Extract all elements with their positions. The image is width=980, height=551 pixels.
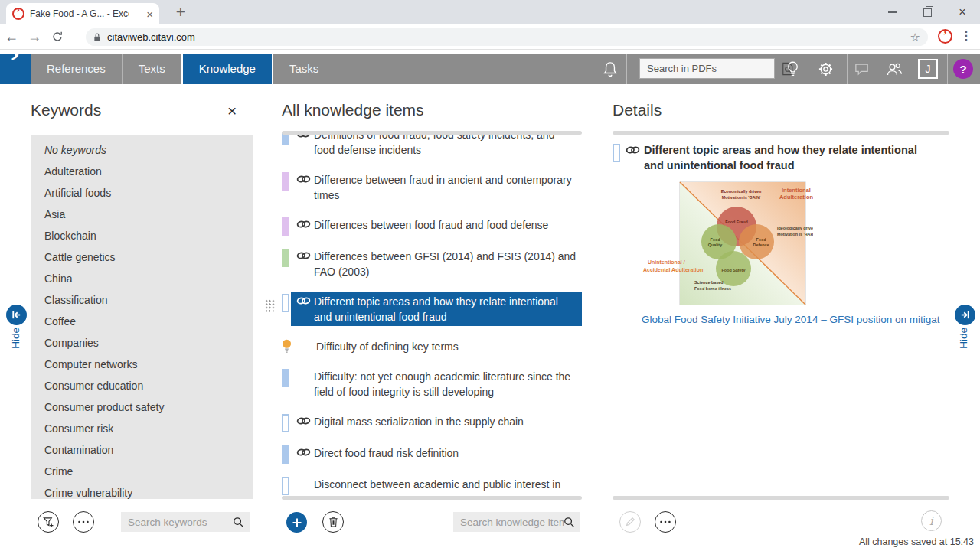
knowledge-item[interactable]: Differences between food fraud and food … [282,217,582,236]
keywords-list: No keywordsAdulterationArtificial foodsA… [31,135,253,499]
link-icon [296,220,311,233]
delete-knowledge-item-button[interactable] [322,511,344,533]
new-tab-button[interactable]: + [170,2,191,23]
link-icon [296,296,311,324]
details-more-button[interactable] [655,511,676,533]
lightbulb-idea-icon[interactable] [784,54,801,84]
keyword-item[interactable]: Coffee [31,311,253,332]
knowledge-list-viewport[interactable]: Definitions of food fraud, food safety i… [282,132,582,496]
pdf-search-box[interactable] [639,58,775,79]
category-color-bar [282,414,289,432]
knowledge-item[interactable]: Disconnect between academic and public i… [282,477,582,495]
knowledge-item[interactable]: Differences between GFSI (2014) and FSIS… [282,249,582,281]
close-keywords-icon[interactable]: × [227,103,237,119]
details-selected-item: Different topic areas and how they relat… [612,142,926,173]
tab-close-icon[interactable]: × [146,8,153,20]
keyword-item[interactable]: Companies [31,332,253,354]
keyword-item[interactable]: China [31,268,253,289]
keywords-search-input[interactable] [121,517,233,528]
minimize-button[interactable] [874,0,910,24]
notifications-bell-icon[interactable] [599,54,621,84]
restore-button[interactable] [910,0,945,24]
keywords-search-box[interactable] [121,512,250,532]
link-icon [296,174,311,203]
keyword-item[interactable]: Artificial foods [31,182,253,204]
knowledge-item[interactable]: Definitions of food fraud, food safety i… [282,132,582,159]
hide-left-label[interactable]: Hide [10,328,21,349]
category-color-bar [612,144,620,162]
keyword-item[interactable]: Crime vulnerability [31,482,253,499]
keywords-more-button[interactable] [73,511,94,533]
link-icon [296,132,311,158]
hide-left-panel-button[interactable] [6,305,27,325]
knowledge-item-text: Differences between food fraud and food … [314,217,548,233]
link-icon [296,251,311,279]
main-content: Hide Hide Keywords × No keywordsAdultera… [0,84,980,551]
ellipsis-icon [78,520,89,523]
search-icon[interactable] [564,517,580,528]
browser-menu-icon[interactable]: ⋮ [960,28,972,43]
reference-link[interactable]: Global Food Safety Initiative July 2014 … [642,314,940,325]
info-icon: i [929,514,933,528]
hide-right-label[interactable]: Hide [958,328,969,349]
info-button[interactable]: i [921,510,942,531]
diagram-circle-label: Food Fraud [725,220,748,224]
keyword-item[interactable]: Adulteration [31,161,253,182]
nav-tab-references[interactable]: References [31,54,122,84]
bookmark-star-icon[interactable]: ☆ [910,31,920,44]
knowledge-item-text: Disconnect between academic and public i… [314,477,560,492]
keyword-item[interactable]: Computer networks [31,354,253,375]
browser-tab[interactable]: ’ Fake Food - A G... - Excerp × [6,3,159,24]
knowledge-item-text: Differences between GFSI (2014) and FSIS… [314,249,577,279]
knowledge-item-text: Difference between fraud in ancient and … [314,172,577,203]
keyword-item[interactable]: Cattle genetics [31,246,253,268]
search-icon[interactable] [233,517,250,528]
address-bar[interactable]: citaviweb.citavi.com ☆ [86,28,928,46]
knowledge-item[interactable]: Direct food fraud risk definition [282,445,582,464]
keyword-item[interactable]: Blockchain [31,225,253,246]
nav-tab-tasks[interactable]: Tasks [272,54,335,84]
knowledge-item[interactable]: Difference between fraud in ancient and … [282,172,582,204]
keyword-item[interactable]: Consumer education [31,375,253,396]
keyword-item[interactable]: Contamination [31,439,253,461]
nav-tab-texts[interactable]: Texts [122,54,181,84]
citavi-extension-icon[interactable]: ’ [938,29,952,44]
nav-tab-knowledge[interactable]: Knowledge [181,54,272,84]
keyword-item[interactable]: Consumer product safety [31,396,253,418]
knowledge-item-selected[interactable]: Different topic areas and how they relat… [282,294,582,326]
knowledge-item[interactable]: Difficulty: not yet enough academic lite… [282,369,582,401]
keyword-item[interactable]: Asia [31,204,253,225]
reload-button[interactable] [46,31,69,43]
save-status: All changes saved at 15:43 [859,536,974,547]
filter-keywords-button[interactable] [38,511,59,533]
knowledge-item[interactable]: Difficulty of defining key terms [282,339,582,356]
diagram-region-label: Unintentional / [648,259,685,265]
knowledge-item-image[interactable]: Economically driven Motivation is 'GAIN'… [642,181,813,310]
hide-right-panel-button[interactable] [955,305,975,325]
citavi-logo[interactable]: ’ [0,54,31,84]
keyword-item[interactable]: Classification [31,289,253,311]
chat-icon[interactable] [852,54,871,84]
close-button[interactable]: × [945,0,980,24]
keyword-item[interactable]: No keywords [31,139,253,161]
pdf-search-input[interactable] [640,63,782,74]
drag-handle-icon[interactable] [265,299,276,313]
help-button[interactable]: ? [953,59,973,79]
team-people-icon[interactable] [884,54,904,84]
knowledge-item[interactable]: Digital mass serialization in the supply… [282,414,582,432]
collapse-right-icon [959,309,971,321]
keyword-item[interactable]: Crime [31,461,253,482]
knowledge-search-box[interactable] [453,512,580,532]
forward-button[interactable]: → [23,29,46,45]
collapse-left-icon [11,309,22,321]
keyword-item[interactable]: Consumer risk [31,418,253,439]
edit-button[interactable] [619,511,641,533]
add-knowledge-item-button[interactable] [286,512,307,533]
divider [590,54,590,84]
scroll-shadow-top [612,131,949,135]
knowledge-search-input[interactable] [453,517,564,528]
user-avatar[interactable]: J [918,59,938,79]
settings-gear-icon[interactable] [816,54,835,84]
category-color-bar [282,477,289,495]
diagram-note: Economically driven [721,189,761,194]
